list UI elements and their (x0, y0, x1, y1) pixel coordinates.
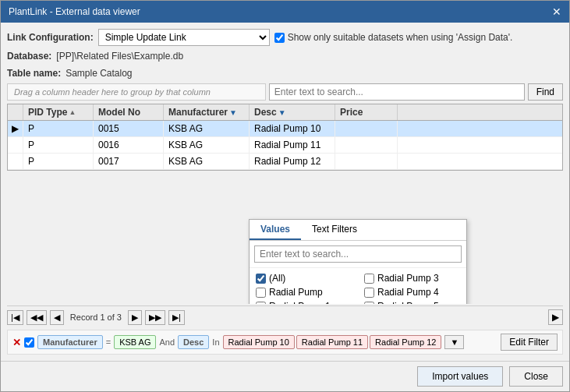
title-bar: PlantLink - External data viewer ✕ (1, 1, 569, 23)
popup-list: (All)Radial Pump 3Radial PumpRadial Pump… (250, 268, 466, 304)
filter-in-label: In (212, 337, 219, 347)
th-price[interactable]: Price (335, 104, 398, 120)
popup-item[interactable]: Radial Pump 1 (250, 299, 358, 304)
tablename-label: Table name: (7, 68, 61, 79)
table-header: PID Type ▲ Model No Manufacturer ▼ Desc … (8, 104, 562, 121)
filter-dropdown-popup: Values Text Filters (All)Radial Pump 3Ra… (249, 219, 467, 304)
import-values-button[interactable]: Import values (417, 366, 503, 387)
popup-item-checkbox[interactable] (364, 288, 374, 298)
tab-values[interactable]: Values (250, 220, 301, 240)
td-desc: Radial Pump 10 (250, 121, 335, 136)
popup-item-label: Radial Pump 3 (377, 273, 439, 284)
td-model: 0017 (94, 154, 164, 169)
td-model: 0016 (94, 137, 164, 153)
popup-item-label: Radial Pump 5 (377, 301, 439, 304)
filter-mfr-value: KSB AG (114, 335, 156, 349)
td-price (335, 137, 398, 153)
edit-filter-button[interactable]: Edit Filter (501, 334, 558, 351)
popup-item-checkbox[interactable] (256, 302, 266, 305)
record-info: Record 1 of 3 (67, 313, 125, 322)
td-price (335, 154, 398, 169)
window-title: PlantLink - External data viewer (9, 6, 140, 17)
database-value: [PP]\Related Files\Example.db (56, 51, 183, 62)
main-close-button[interactable]: Close (509, 366, 563, 387)
popup-item[interactable]: Radial Pump 3 (358, 271, 466, 285)
tablename-row: Table name: Sample Catalog (7, 66, 563, 80)
nav-next-page-button[interactable]: ▶▶ (145, 310, 165, 325)
popup-item-label: Radial Pump 4 (377, 287, 439, 298)
popup-search-input[interactable] (254, 245, 462, 263)
td-desc: Radial Pump 11 (250, 137, 335, 153)
td-indicator (8, 137, 23, 153)
th-desc[interactable]: Desc ▼ (250, 104, 335, 120)
group-header: Drag a column header here to group by th… (7, 83, 266, 101)
main-window: PlantLink - External data viewer ✕ Link … (0, 0, 570, 392)
database-label: Database: (7, 51, 51, 62)
th-manufacturer[interactable]: Manufacturer ▼ (164, 104, 250, 120)
nav-next-button[interactable]: ▶ (128, 310, 142, 325)
popup-item[interactable]: (All) (250, 271, 358, 285)
filter-in-val-2: Radial Pump 11 (296, 335, 368, 349)
nav-prev-page-button[interactable]: ◀◀ (27, 310, 47, 325)
table-body: ▶ P 0015 KSB AG Radial Pump 10 P 0016 KS… (8, 121, 562, 170)
nav-first-button[interactable]: |◀ (7, 310, 23, 325)
table-row[interactable]: P 0017 KSB AG Radial Pump 12 (8, 154, 562, 170)
table-area: PID Type ▲ Model No Manufacturer ▼ Desc … (7, 104, 563, 304)
td-indicator (8, 154, 23, 169)
filter-bar: ✕ Manufacturer = KSB AG And Desc In Radi… (7, 330, 563, 355)
close-window-button[interactable]: ✕ (552, 5, 561, 18)
popup-item[interactable]: Radial Pump 5 (358, 299, 466, 304)
link-config-label: Link Configuration: (7, 32, 94, 43)
td-model: 0015 (94, 121, 164, 136)
pagination-bar: |◀ ◀◀ ◀ Record 1 of 3 ▶ ▶▶ ▶| ▶ (7, 305, 563, 328)
filter-in-val-3: Radial Pump 12 (370, 335, 441, 349)
td-pid: P (23, 137, 94, 153)
nav-prev-button[interactable]: ◀ (50, 310, 64, 325)
filter-icon-mfr: ▼ (229, 108, 237, 117)
scroll-right-button[interactable]: ▶ (548, 309, 563, 325)
link-config-select[interactable]: Simple Update Link (98, 29, 270, 46)
find-button[interactable]: Find (528, 83, 563, 101)
td-pid: P (23, 121, 94, 136)
bottom-bar: Import values Close (1, 361, 569, 391)
td-mfr: KSB AG (164, 137, 250, 153)
popup-item-label: Radial Pump 1 (269, 301, 331, 304)
filter-clear-x[interactable]: ✕ (12, 337, 21, 348)
filter-enable-checkbox[interactable] (24, 337, 34, 348)
data-table: PID Type ▲ Model No Manufacturer ▼ Desc … (7, 104, 563, 171)
content-area: Link Configuration: Simple Update Link S… (1, 23, 569, 361)
link-config-row: Link Configuration: Simple Update Link S… (7, 29, 563, 46)
table-row[interactable]: P 0016 KSB AG Radial Pump 11 (8, 137, 562, 154)
th-model[interactable]: Model No (94, 104, 164, 120)
show-suitable-checkbox[interactable] (274, 33, 285, 43)
th-pid[interactable]: PID Type ▲ (23, 104, 94, 120)
td-mfr: KSB AG (164, 121, 250, 136)
tab-text-filters[interactable]: Text Filters (301, 220, 368, 240)
td-pid: P (23, 154, 94, 169)
show-suitable-label: Show only suitable datasets when using '… (288, 32, 513, 43)
popup-item-checkbox[interactable] (256, 288, 266, 298)
popup-item-checkbox[interactable] (364, 302, 374, 305)
th-indicator (8, 104, 23, 120)
td-price (335, 121, 398, 136)
popup-item[interactable]: Radial Pump 4 (358, 285, 466, 299)
filter-and-label: And (159, 337, 175, 347)
nav-last-button[interactable]: ▶| (168, 310, 185, 325)
show-suitable-row: Show only suitable datasets when using '… (274, 32, 513, 43)
td-mfr: KSB AG (164, 154, 250, 169)
popup-item-checkbox[interactable] (256, 274, 266, 284)
search-input[interactable] (269, 83, 525, 101)
popup-item[interactable]: Radial Pump (250, 285, 358, 299)
filter-in-values: Radial Pump 10 Radial Pump 11 Radial Pum… (223, 335, 442, 349)
filter-in-val-1: Radial Pump 10 (223, 335, 295, 349)
filter-more-dropdown-button[interactable]: ▼ (444, 335, 464, 349)
filter-manufacturer-tag: Manufacturer (37, 335, 103, 349)
popup-item-label: Radial Pump (269, 287, 323, 298)
popup-item-checkbox[interactable] (364, 274, 374, 284)
td-indicator: ▶ (8, 121, 23, 136)
popup-search (250, 241, 466, 268)
database-row: Database: [PP]\Related Files\Example.db (7, 49, 563, 63)
filter-eq-symbol: = (106, 337, 111, 347)
tablename-value: Sample Catalog (65, 68, 132, 79)
table-row[interactable]: ▶ P 0015 KSB AG Radial Pump 10 (8, 121, 562, 137)
